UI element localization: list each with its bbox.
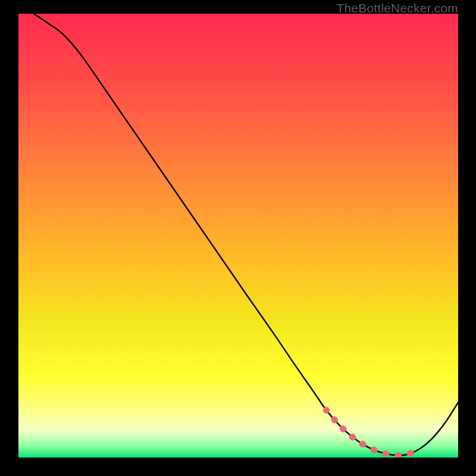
chart-plot-area bbox=[18, 14, 458, 458]
watermark-text: TheBottleNecker.com bbox=[336, 1, 458, 15]
chart-frame: TheBottleNecker.com bbox=[0, 0, 476, 476]
chart-svg bbox=[18, 14, 458, 458]
chart-background bbox=[18, 14, 458, 458]
